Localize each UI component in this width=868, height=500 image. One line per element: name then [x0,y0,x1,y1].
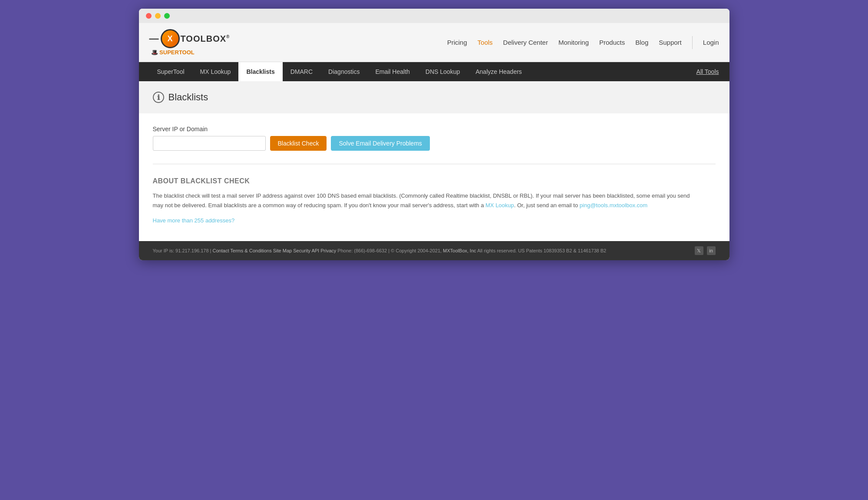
logo-toolbox: TOOLBOX® [181,34,230,44]
section-divider [153,164,716,164]
nav-tools[interactable]: Tools [478,39,493,46]
footer-terms[interactable]: Terms & Conditions [230,248,271,253]
browser-chrome [139,9,729,23]
nav-login[interactable]: Login [703,39,719,46]
footer-security[interactable]: Security [293,248,310,253]
footer-phone: Phone: (866)-698-6632 | [337,248,389,253]
subnav-email-health[interactable]: Email Health [367,62,417,81]
subnav-all-tools[interactable]: All Tools [696,68,719,75]
page-icon: ℹ [153,92,164,103]
close-button[interactable] [146,13,152,19]
nav-blog[interactable]: Blog [635,39,648,46]
footer-api[interactable]: API [311,248,319,253]
footer-left: Your IP is: 91.217.196.178 | Contact Ter… [153,248,607,253]
logo-dash: — [149,33,159,44]
form-label: Server IP or Domain [153,126,716,132]
footer-company[interactable]: MXToolBox, Inc [443,248,476,253]
footer-privacy[interactable]: Privacy [320,248,336,253]
subnav-diagnostics[interactable]: Diagnostics [320,62,367,81]
subnav-dmarc[interactable]: DMARC [283,62,320,81]
page-title: Blacklists [168,92,208,103]
nav-products[interactable]: Products [599,39,625,46]
about-section: ABOUT BLACKLIST CHECK The blacklist chec… [153,177,716,224]
subnav-dns-lookup[interactable]: DNS Lookup [418,62,468,81]
subnav-blacklists[interactable]: Blacklists [238,62,282,81]
blacklist-check-button[interactable]: Blacklist Check [270,136,327,151]
linkedin-icon[interactable]: in [707,246,716,255]
minimize-button[interactable] [155,13,161,19]
footer-contact[interactable]: Contact [213,248,229,253]
footer: Your IP is: 91.217.196.178 | Contact Ter… [139,241,729,260]
solve-email-delivery-button[interactable]: Solve Email Delivery Problems [331,136,429,151]
sub-nav: SuperTool MX Lookup Blacklists DMARC Dia… [139,62,729,81]
main-nav: Pricing Tools Delivery Center Monitoring… [447,36,719,49]
footer-social: 𝕏 in [695,246,716,255]
nav-divider [692,36,693,49]
subnav-supertool[interactable]: SuperTool [149,62,192,81]
page-header: ℹ Blacklists [139,81,729,113]
content-area: Server IP or Domain Blacklist Check Solv… [139,113,729,241]
server-ip-input[interactable] [153,136,266,151]
footer-sitemap[interactable]: Site Map [273,248,292,253]
nav-pricing[interactable]: Pricing [447,39,467,46]
sub-nav-items: SuperTool MX Lookup Blacklists DMARC Dia… [149,62,530,81]
mx-lookup-link[interactable]: MX Lookup [485,202,514,209]
footer-copyright: © Copyright 2004-2021, [391,248,443,253]
ping-email-link[interactable]: ping@tools.mxtoolbox.com [580,202,647,209]
maximize-button[interactable] [164,13,170,19]
nav-support[interactable]: Support [659,39,682,46]
subnav-analyze-headers[interactable]: Analyze Headers [468,62,530,81]
nav-delivery-center[interactable]: Delivery Center [503,39,548,46]
footer-ip: Your IP is: 91.217.196.178 | [153,248,211,253]
twitter-icon[interactable]: 𝕏 [695,246,703,255]
subnav-mx-lookup[interactable]: MX Lookup [192,62,239,81]
logo-supertool: 🎩 SUPERTOOL [151,49,195,56]
logo-area: — X TOOLBOX® 🎩 SUPERTOOL [149,29,230,56]
more-addresses-link[interactable]: Have more than 255 addresses? [153,217,716,224]
form-row: Blacklist Check Solve Email Delivery Pro… [153,136,716,151]
about-body: The blacklist check will test a mail ser… [153,191,696,210]
footer-rights: All rights reserved. US Patents 10839353… [477,248,606,253]
logo-icon: X [161,29,180,48]
logo-main: — X TOOLBOX® [149,29,230,48]
nav-monitoring[interactable]: Monitoring [558,39,589,46]
top-nav: — X TOOLBOX® 🎩 SUPERTOOL Pricing Tools D… [139,23,729,62]
about-title: ABOUT BLACKLIST CHECK [153,177,716,185]
page-title-row: ℹ Blacklists [153,92,716,103]
